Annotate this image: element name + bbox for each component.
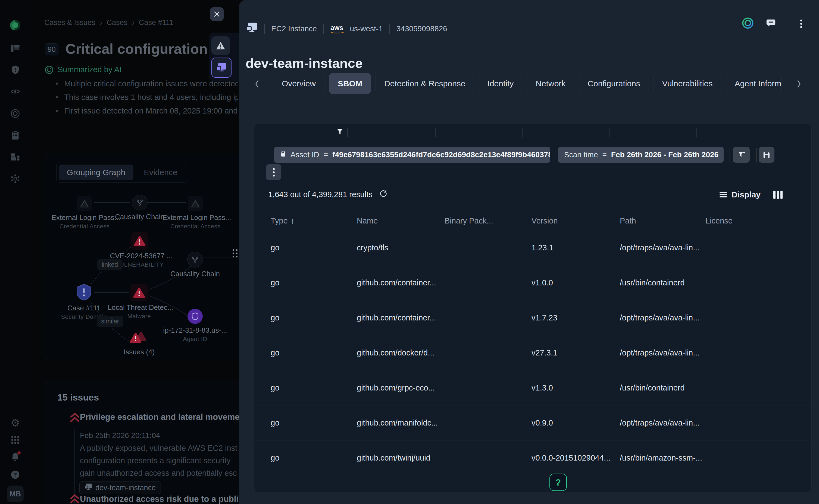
- breadcrumb-cases-issues[interactable]: Cases & Issues: [44, 18, 95, 27]
- table-row[interactable]: gogithub.com/container...v1.7.23/opt/tra…: [254, 300, 811, 335]
- filter-operator: =: [603, 150, 607, 159]
- drawer-resize-handle[interactable]: [233, 249, 237, 257]
- settings-gear-icon[interactable]: ⚙: [11, 418, 20, 427]
- results-summary-row: 1,643 out of 4,399,281 results: [268, 190, 387, 200]
- asset-tag-chip[interactable]: dev-team-instance: [79, 481, 161, 494]
- help-circle-icon[interactable]: ?: [11, 470, 20, 479]
- tab-grouping-graph[interactable]: Grouping Graph: [59, 165, 133, 180]
- orca-logo[interactable]: [10, 20, 20, 30]
- breadcrumb-case-111[interactable]: Case #111: [139, 18, 173, 27]
- user-avatar[interactable]: MB: [7, 486, 24, 502]
- filter-value: Feb 26th 2026 - Feb 26th 2026: [611, 150, 719, 159]
- tab-detection-response[interactable]: Detection & Response: [375, 73, 474, 94]
- ai-ring-icon[interactable]: [742, 17, 754, 30]
- report-icon[interactable]: [11, 131, 20, 140]
- type-filter-funnel-icon[interactable]: [337, 128, 343, 136]
- eye-icon[interactable]: [11, 87, 20, 96]
- save-view-button[interactable]: [759, 147, 774, 163]
- sidebar: ⚙ ? MB: [0, 0, 31, 504]
- kebab-menu-icon[interactable]: [800, 18, 802, 29]
- divider: [609, 128, 610, 137]
- notifications-bell-icon[interactable]: [11, 452, 20, 462]
- tab-configurations[interactable]: Configurations: [579, 73, 649, 94]
- edge-label-similar: similar: [97, 316, 123, 327]
- agent-shield-icon: [187, 309, 203, 324]
- table-row[interactable]: gogithub.com/docker/d...v27.3.1/opt/trap…: [254, 335, 811, 370]
- display-button[interactable]: Display: [720, 190, 761, 199]
- issues-timeline: [74, 429, 75, 504]
- dashboard-icon[interactable]: [11, 44, 20, 53]
- table-row[interactable]: gocrypto/tls1.23.1/opt/traps/ava/ava-lin…: [254, 230, 811, 265]
- tab-sbom[interactable]: SBOM: [329, 73, 371, 94]
- node-sublabel: Credential Access: [163, 223, 228, 230]
- filter-field: Asset ID: [290, 150, 319, 159]
- ai-bullet: Multiple critical configuration issues w…: [55, 79, 238, 88]
- tab-identity[interactable]: Identity: [479, 73, 523, 94]
- column-path[interactable]: Path: [620, 216, 705, 225]
- issues-heading: 15 issues: [57, 392, 99, 403]
- column-license[interactable]: License: [705, 216, 811, 225]
- sort-asc-icon: ↑: [290, 216, 294, 225]
- ai-icon: [45, 66, 53, 74]
- table-row[interactable]: gogithub.com/twinj/uuidv0.0.0-2015102904…: [254, 440, 811, 475]
- account-id-label: 343059098826: [396, 24, 447, 33]
- molecule-icon[interactable]: [11, 174, 20, 183]
- table-row[interactable]: gogithub.com/manifoldc...v0.9.0/opt/trap…: [254, 405, 811, 440]
- graph-node[interactable]: Local Threat Detec... Malware: [106, 284, 172, 320]
- close-drawer-button[interactable]: [210, 7, 224, 21]
- tab-overview[interactable]: Overview: [273, 73, 324, 94]
- asset-type-label: EC2 Instance: [271, 24, 317, 33]
- asset-tool-button-selected[interactable]: [211, 58, 231, 78]
- tab-agent-information[interactable]: Agent Informa: [726, 73, 782, 94]
- causality-chain-icon: [132, 195, 147, 210]
- graph-node[interactable]: ip-172-31-8-83.us-... Agent ID: [162, 309, 228, 343]
- column-binary-package[interactable]: Binary Pack...: [445, 216, 532, 225]
- issue-title[interactable]: Privilege escalation and lateral movemen…: [80, 412, 243, 422]
- table-body: gocrypto/tls1.23.1/opt/traps/ava/ava-lin…: [254, 230, 811, 475]
- node-label: ip-172-31-8-83.us-...: [163, 326, 227, 335]
- inventory-icon[interactable]: [11, 152, 20, 162]
- node-sublabel: Credential Access: [52, 223, 117, 230]
- target-icon[interactable]: [11, 109, 20, 118]
- close-icon: [213, 11, 220, 17]
- tab-network[interactable]: Network: [527, 73, 574, 94]
- shield-alert-icon[interactable]: [11, 65, 20, 74]
- asset-id-filter-chip[interactable]: Asset ID = f49e6798163e6355d246fd7dc6c92…: [274, 147, 550, 163]
- column-type[interactable]: Type↑: [271, 216, 357, 225]
- graph-tab-switcher: Grouping Graph Evidence: [56, 162, 188, 183]
- table-row[interactable]: gogithub.com/grpc-eco...v1.3.0/usr/bin/c…: [254, 370, 811, 405]
- alerts-tool-button[interactable]: [211, 36, 230, 55]
- issue-title[interactable]: Unauthorized access risk due to a public…: [80, 494, 243, 504]
- breadcrumb-cases[interactable]: Cases: [107, 18, 128, 27]
- sbom-card: Asset ID = f49e6798163e6355d246fd7dc6c92…: [254, 124, 812, 492]
- filter-more-button[interactable]: [266, 164, 281, 180]
- asset-meta-row: EC2 Instance aws us-west-1 343059098826: [246, 22, 447, 35]
- refresh-icon[interactable]: [379, 190, 387, 200]
- help-button[interactable]: ?: [550, 474, 567, 491]
- graph-node[interactable]: Issues (4): [106, 331, 172, 356]
- comment-icon[interactable]: [766, 18, 776, 29]
- tabs-scroll-left-button[interactable]: [251, 78, 262, 90]
- tab-evidence[interactable]: Evidence: [136, 165, 185, 180]
- tabs-scroll-right-button[interactable]: [793, 78, 804, 90]
- table-row[interactable]: gogithub.com/container...v1.0.0/usr/bin/…: [254, 265, 811, 300]
- chevron-right-icon: ›: [132, 18, 134, 27]
- column-version[interactable]: Version: [532, 216, 620, 225]
- graph-node[interactable]: Causality Chain: [162, 252, 228, 278]
- column-name[interactable]: Name: [357, 216, 445, 225]
- graph-node[interactable]: External Login Pass... Credential Access: [163, 196, 228, 230]
- columns-icon[interactable]: [773, 191, 783, 199]
- add-filter-button[interactable]: [733, 147, 750, 163]
- warning-triangle-icon: [77, 196, 92, 211]
- aws-logo: aws: [330, 24, 343, 33]
- divider: [696, 128, 697, 137]
- tab-vulnerabilities[interactable]: Vulnerabilities: [654, 73, 721, 94]
- apps-grid-icon[interactable]: [11, 435, 20, 444]
- node-label: Causality Chain: [115, 213, 164, 221]
- case-shield-icon: [76, 284, 92, 301]
- tabs-divider: [250, 108, 811, 108]
- svg-text:?: ?: [14, 471, 17, 478]
- table-header: Type↑ Name Binary Pack... Version Path L…: [254, 212, 811, 230]
- scan-time-filter-chip[interactable]: Scan time = Feb 26th 2026 - Feb 26th 202…: [558, 147, 724, 163]
- issue-timestamp: Feb 25th 2026 20:11:04: [80, 431, 160, 440]
